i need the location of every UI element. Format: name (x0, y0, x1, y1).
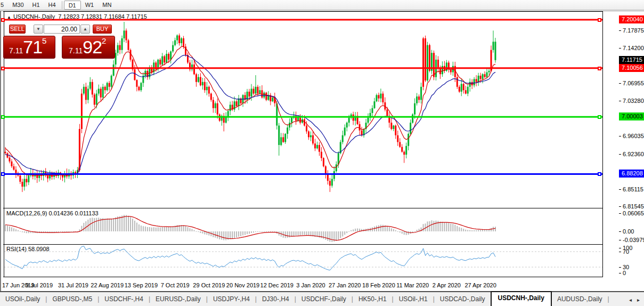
macd-bar (285, 231, 286, 238)
macd-bar (294, 231, 295, 236)
macd-bar (202, 231, 203, 233)
macd-bar (387, 226, 388, 231)
candle-body (469, 82, 471, 87)
volume-increase-button[interactable]: ▲ (80, 25, 90, 34)
timeframe-button-m30[interactable]: M30 (8, 1, 28, 10)
macd-bar (124, 215, 125, 231)
macd-bar (185, 226, 186, 231)
candle-body (482, 74, 484, 79)
chart-tab-usdjpy-h4[interactable]: USDJPY-,H4 (208, 293, 255, 306)
timeframe-button-d1[interactable]: D1 (64, 1, 81, 10)
candle-body (492, 42, 494, 50)
candle-body (414, 103, 415, 115)
axis-tick-mark (619, 83, 621, 84)
date-axis-label: 20 Nov 2019 (226, 282, 259, 288)
macd-bar (331, 231, 332, 242)
axis-tick-mark (619, 101, 621, 101)
line-handle-left-7.20040[interactable] (1, 18, 5, 22)
macd-bar (26, 231, 27, 233)
chart-tab-usdchf-daily[interactable]: USDCHF-,Daily (296, 293, 352, 306)
candle-body (359, 124, 361, 131)
macd-bar (219, 231, 220, 239)
macd-bar (374, 227, 375, 231)
candle-body (225, 117, 227, 123)
macd-bar (162, 227, 163, 231)
line-handle-left-7.00003[interactable] (1, 115, 5, 119)
line-handle-right-7.00003[interactable] (598, 115, 601, 119)
sell-price-sup: 5 (42, 36, 46, 45)
chart-tab-usdcad-daily[interactable]: USDCAD-,Daily (435, 293, 491, 306)
line-handle-left-7.10056[interactable] (1, 67, 5, 70)
buy-button[interactable]: BUY (93, 25, 112, 34)
macd-bar (20, 231, 21, 232)
candle-body (202, 82, 203, 85)
timeframe-button-mn[interactable]: MN (98, 1, 116, 10)
chart-tab-usdchf-h4[interactable]: USDCHF-,H4 (99, 293, 149, 306)
line-handle-right-7.10056[interactable] (598, 67, 601, 70)
date-axis-label: 27 Jan 2020 (329, 282, 361, 288)
line-handle-right-7.20040[interactable] (598, 18, 601, 22)
chart-tab-usoil-h1[interactable]: USOil-,H1 (394, 293, 433, 306)
timeframe-button-5[interactable]: 5 (0, 1, 8, 10)
macd-bar (232, 231, 233, 239)
macd-pane-top-border (3, 208, 644, 208)
candle-body (23, 179, 25, 187)
macd-bar (107, 219, 108, 231)
macd-bar (346, 231, 347, 233)
sell-button[interactable]: SELL (9, 25, 26, 34)
tab-scroll-right-icon[interactable]: ▸ (637, 297, 640, 303)
chart-tab-usoil-daily[interactable]: USOil-,Daily (0, 293, 45, 306)
macd-bar (344, 231, 345, 235)
macd-bar (270, 231, 271, 232)
buy-price-box[interactable]: 7.11922 (62, 36, 115, 59)
chart-tab-gbpusd-m5[interactable]: GBPUSD-,M5 (47, 293, 97, 306)
candle-body (327, 174, 329, 181)
macd-bar (13, 228, 14, 231)
chart-tab-usdcnh-daily[interactable]: USDCNH-,Daily (491, 291, 552, 306)
macd-bar (480, 230, 481, 231)
timeframe-button-w1[interactable]: W1 (81, 1, 99, 10)
candle-body (306, 126, 307, 132)
macd-bar (300, 231, 301, 235)
rsi-tick-label: 0 (623, 269, 626, 277)
macd-bar (143, 226, 144, 231)
chart-tab-eurusd-daily[interactable]: EURUSD-,Daily (150, 293, 206, 306)
candle-body (200, 77, 201, 85)
candle-body (98, 88, 100, 93)
tab-scroll-left-icon[interactable]: ◂ (629, 297, 632, 303)
collapse-trade-panel-icon[interactable]: ▲ (7, 15, 11, 20)
volume-decrease-button[interactable]: ▼ (34, 25, 43, 34)
price-axis[interactable]: 7.105256.997106.887287.178757.142007.069… (603, 11, 644, 277)
macd-bar (236, 231, 237, 237)
sell-price-box[interactable]: 7.11715 (3, 36, 55, 59)
macd-bar (242, 231, 243, 236)
chart-tab-hk50-h1[interactable]: HK50-,H1 (353, 293, 392, 306)
macd-bar (395, 230, 396, 231)
volume-input[interactable] (44, 25, 80, 34)
line-handle-left-6.88208[interactable] (1, 172, 5, 176)
macd-bar (329, 231, 330, 241)
spin-up-icon: ▲ (83, 27, 87, 31)
macd-signal-line (5, 216, 495, 240)
buy-price-prefix: 7.11 (69, 46, 83, 55)
line-handle-right-6.88208[interactable] (598, 172, 601, 176)
macd-bar (92, 218, 93, 231)
candle-body (230, 104, 231, 111)
candle-body (119, 45, 121, 50)
candle-body (5, 152, 6, 154)
chart-tab-dj30-h4[interactable]: DJ30-,H4 (257, 293, 295, 306)
candle-body (250, 88, 252, 96)
timeframe-button-h4[interactable]: H4 (44, 1, 60, 10)
chart-tab-audusd-daily[interactable]: AUDUSD-,Daily (552, 293, 608, 306)
macd-bar (28, 231, 29, 233)
rsi-pane (4, 245, 602, 277)
hline-price-flag: 7.20040 (619, 15, 644, 23)
macd-bar (251, 231, 252, 233)
candle-body (26, 179, 27, 182)
macd-bar (104, 219, 105, 231)
macd-bar (60, 231, 61, 232)
candle-body (494, 42, 496, 60)
macd-bar (459, 227, 460, 231)
hline-price-flag: 6.88208 (619, 170, 644, 178)
timeframe-button-h1[interactable]: H1 (28, 1, 44, 10)
